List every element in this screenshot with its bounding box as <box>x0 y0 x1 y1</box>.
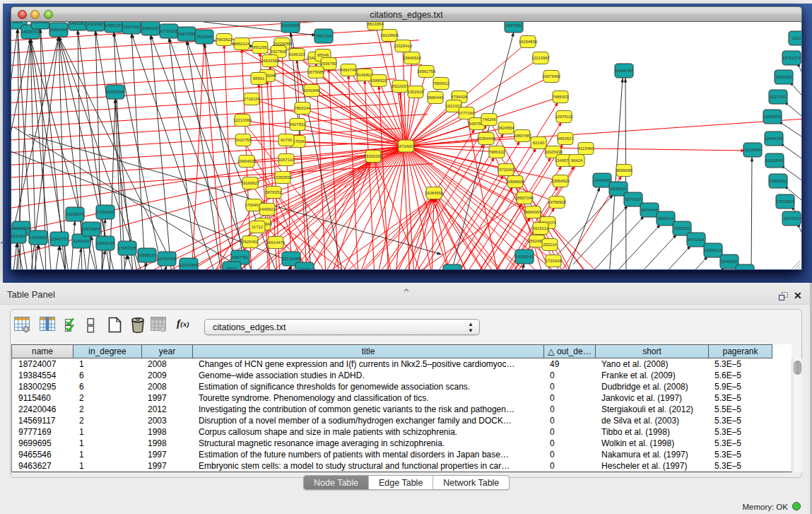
svg-text:1733426: 1733426 <box>546 259 563 263</box>
svg-text:7663822: 7663822 <box>216 37 233 42</box>
svg-text:1145194: 1145194 <box>73 239 90 243</box>
svg-text:5878352: 5878352 <box>266 190 282 194</box>
svg-text:11712: 11712 <box>252 225 263 229</box>
svg-text:15692911: 15692911 <box>769 179 787 183</box>
svg-text:746266: 746266 <box>482 117 496 122</box>
svg-text:41700: 41700 <box>281 138 293 142</box>
svg-text:2103467: 2103467 <box>88 22 104 26</box>
svg-text:98961: 98961 <box>253 76 264 81</box>
svg-text:9777169: 9777169 <box>459 111 475 115</box>
svg-text:16210643: 16210643 <box>765 158 784 163</box>
svg-text:6966160: 6966160 <box>143 26 160 30</box>
svg-text:1449822: 1449822 <box>259 207 276 211</box>
svg-text:7485003: 7485003 <box>553 95 570 99</box>
svg-text:8322037: 8322037 <box>392 84 408 88</box>
svg-text:15720407: 15720407 <box>497 168 515 172</box>
svg-text:2718126: 2718126 <box>244 97 261 101</box>
svg-text:18807249: 18807249 <box>515 196 534 200</box>
svg-text:12213369: 12213369 <box>233 118 252 122</box>
svg-text:13654923: 13654923 <box>551 179 570 183</box>
svg-text:15716485: 15716485 <box>282 257 301 261</box>
svg-text:11123: 11123 <box>792 36 801 40</box>
svg-text:10853257: 10853257 <box>105 23 123 28</box>
svg-text:2935114: 2935114 <box>658 216 674 221</box>
svg-text:96424: 96424 <box>571 158 583 163</box>
svg-text:15751074: 15751074 <box>782 56 801 60</box>
svg-text:7857224: 7857224 <box>316 34 333 38</box>
svg-text:8938923: 8938923 <box>611 187 628 191</box>
svg-text:10807487: 10807487 <box>513 134 531 138</box>
svg-text:6794028: 6794028 <box>452 95 469 99</box>
svg-text:7986322: 7986322 <box>489 150 505 154</box>
svg-text:14055713: 14055713 <box>21 30 40 34</box>
svg-text:19654925: 19654925 <box>237 159 257 163</box>
svg-text:8471626: 8471626 <box>688 238 705 242</box>
svg-text:17359924: 17359924 <box>96 210 115 214</box>
svg-text:17957225: 17957225 <box>118 246 137 250</box>
svg-text:9327508: 9327508 <box>271 49 288 54</box>
svg-text:9227343: 9227343 <box>770 95 787 99</box>
svg-text:1527602: 1527602 <box>124 25 140 29</box>
svg-text:13353592: 13353592 <box>273 175 292 180</box>
svg-text:10025438: 10025438 <box>544 150 563 154</box>
svg-text:16782759: 16782759 <box>158 257 176 261</box>
svg-text:95546: 95546 <box>317 53 329 57</box>
svg-text:1493281: 1493281 <box>70 22 86 25</box>
svg-text:25300295: 25300295 <box>364 154 383 158</box>
svg-text:2103558: 2103558 <box>33 22 49 24</box>
svg-text:10973493: 10973493 <box>542 74 561 78</box>
svg-text:20364436: 20364436 <box>477 136 496 141</box>
svg-text:18724007: 18724007 <box>396 144 415 148</box>
svg-text:8660124: 8660124 <box>234 42 251 46</box>
svg-text:11156829: 11156829 <box>29 235 47 240</box>
svg-text:3267110: 3267110 <box>278 158 295 162</box>
svg-text:12923488: 12923488 <box>180 263 199 267</box>
svg-text:16154838: 16154838 <box>519 40 538 44</box>
svg-text:12444154: 12444154 <box>765 136 784 141</box>
svg-text:19384554: 19384554 <box>425 191 444 195</box>
svg-text:16543382: 16543382 <box>261 59 279 63</box>
svg-text:16033809: 16033809 <box>281 23 300 28</box>
svg-text:10688609: 10688609 <box>506 180 524 184</box>
svg-text:17016504: 17016504 <box>776 199 795 204</box>
svg-text:9329966: 9329966 <box>776 75 793 79</box>
svg-text:14136141: 14136141 <box>515 255 534 259</box>
svg-text:1615112: 1615112 <box>533 226 549 230</box>
svg-text:1909: 1909 <box>13 22 22 24</box>
svg-text:10654112: 10654112 <box>704 248 722 252</box>
svg-text:16671355: 16671355 <box>177 32 196 36</box>
svg-text:3215958: 3215958 <box>745 148 762 152</box>
svg-text:9474444: 9474444 <box>642 208 659 212</box>
svg-text:252214: 252214 <box>543 243 557 247</box>
svg-text:9463627: 9463627 <box>558 136 574 141</box>
svg-text:1167533: 1167533 <box>784 216 800 221</box>
svg-text:8454749: 8454749 <box>341 68 357 72</box>
svg-text:2936760: 2936760 <box>321 62 338 66</box>
svg-text:8813054: 8813054 <box>367 22 384 26</box>
svg-text:9457791: 9457791 <box>233 255 249 259</box>
svg-text:12505135: 12505135 <box>96 241 115 245</box>
svg-text:16648784: 16648784 <box>615 69 634 73</box>
svg-text:9990443: 9990443 <box>428 95 445 100</box>
svg-text:1588520: 1588520 <box>371 78 388 83</box>
svg-text:20206576: 20206576 <box>66 212 85 216</box>
svg-text:7515546: 7515546 <box>196 35 213 39</box>
svg-text:8427552: 8427552 <box>290 122 306 127</box>
svg-text:7625402: 7625402 <box>242 240 259 244</box>
svg-text:12033: 12033 <box>299 267 311 269</box>
svg-text:7955812: 7955812 <box>433 81 449 86</box>
svg-text:8186323: 8186323 <box>289 52 306 57</box>
svg-text:19218906: 19218906 <box>380 33 399 37</box>
svg-text:1440935: 1440935 <box>594 178 611 182</box>
svg-text:1362615: 1362615 <box>408 90 425 94</box>
svg-text:19756928: 19756928 <box>548 200 567 204</box>
svg-text:9084067: 9084067 <box>525 210 541 214</box>
svg-text:20691406: 20691406 <box>49 28 69 32</box>
svg-text:16914479: 16914479 <box>266 240 285 245</box>
svg-text:7632621: 7632621 <box>674 226 690 230</box>
svg-text:3875685: 3875685 <box>308 70 325 74</box>
svg-text:62160: 62160 <box>533 141 545 145</box>
svg-text:9242848: 9242848 <box>304 88 321 93</box>
svg-text:1610755: 1610755 <box>235 138 252 142</box>
svg-text:19166827: 19166827 <box>241 181 259 185</box>
